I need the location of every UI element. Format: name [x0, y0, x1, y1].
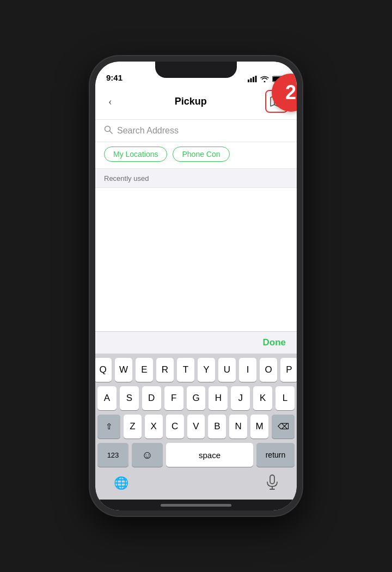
key-o[interactable]: O — [260, 358, 277, 382]
wifi-icon — [260, 76, 269, 82]
notch — [155, 62, 237, 78]
svg-rect-2 — [253, 77, 254, 82]
key-m[interactable]: M — [250, 415, 268, 439]
key-c[interactable]: C — [166, 415, 184, 439]
filter-row: My Locations Phone Con — [95, 142, 297, 169]
space-key[interactable]: space — [166, 443, 253, 467]
key-t[interactable]: T — [177, 358, 194, 382]
key-h[interactable]: H — [209, 386, 228, 410]
svg-rect-1 — [250, 78, 252, 83]
key-p[interactable]: P — [280, 358, 297, 382]
shift-key[interactable]: ⇧ — [97, 415, 120, 439]
key-s[interactable]: S — [120, 386, 139, 410]
svg-rect-3 — [255, 76, 257, 82]
key-v[interactable]: V — [187, 415, 205, 439]
home-indicator — [95, 500, 297, 510]
key-k[interactable]: K — [253, 386, 272, 410]
svg-rect-14 — [270, 475, 274, 484]
done-button[interactable]: Done — [263, 337, 286, 348]
keyboard: Q W E R T Y U I O P A S D F G H J K — [95, 354, 297, 500]
key-j[interactable]: J — [231, 386, 250, 410]
key-d[interactable]: D — [142, 386, 161, 410]
step-number: 2 — [285, 81, 296, 104]
mic-icon[interactable] — [266, 474, 278, 492]
key-l[interactable]: L — [275, 386, 295, 410]
key-y[interactable]: Y — [198, 358, 215, 382]
status-time: 9:41 — [106, 73, 122, 82]
key-x[interactable]: X — [145, 415, 163, 439]
key-g[interactable]: G — [187, 386, 206, 410]
keyboard-bottom-row: 🌐 — [97, 471, 295, 497]
back-button[interactable]: ‹ — [104, 93, 117, 110]
phone-contacts-button[interactable]: Phone Con — [173, 147, 229, 162]
phone-screen: 9:41 — [95, 62, 297, 510]
signal-icon — [248, 76, 257, 82]
numbers-key[interactable]: 123 — [97, 443, 128, 467]
content-area — [95, 187, 297, 331]
key-q[interactable]: Q — [95, 358, 112, 382]
delete-key[interactable]: ⌫ — [272, 415, 295, 439]
key-e[interactable]: E — [136, 358, 153, 382]
key-a[interactable]: A — [97, 386, 117, 410]
return-key[interactable]: return — [256, 443, 295, 467]
home-bar — [161, 504, 231, 507]
keyboard-row-4: 123 ☺ space return — [97, 443, 295, 467]
recently-used-label: Recently used — [104, 174, 149, 182]
key-b[interactable]: B — [208, 415, 226, 439]
key-f[interactable]: F — [164, 386, 183, 410]
done-bar: Done — [95, 331, 297, 354]
nav-right: 2 — [265, 90, 288, 113]
globe-icon[interactable]: 🌐 — [114, 476, 128, 490]
key-r[interactable]: R — [156, 358, 174, 382]
emoji-key[interactable]: ☺ — [132, 443, 163, 467]
key-i[interactable]: I — [239, 358, 256, 382]
search-bar — [95, 120, 297, 142]
svg-rect-0 — [248, 80, 249, 82]
recently-used-section: Recently used — [95, 169, 297, 187]
key-w[interactable]: W — [115, 358, 132, 382]
svg-line-13 — [110, 131, 113, 134]
page-title: Pickup — [175, 96, 207, 107]
search-icon — [104, 125, 113, 136]
keyboard-row-1: Q W E R T Y U I O P — [97, 358, 295, 382]
keyboard-row-3: ⇧ Z X C V B N M ⌫ — [97, 415, 295, 439]
nav-bar: ‹ Pickup 2 — [95, 86, 297, 120]
search-input[interactable] — [117, 126, 288, 136]
my-locations-button[interactable]: My Locations — [104, 147, 167, 162]
keyboard-row-2: A S D F G H J K L — [97, 386, 295, 410]
key-z[interactable]: Z — [124, 415, 142, 439]
key-n[interactable]: N — [229, 415, 247, 439]
key-u[interactable]: U — [218, 358, 236, 382]
phone-frame: 9:41 — [90, 56, 302, 516]
